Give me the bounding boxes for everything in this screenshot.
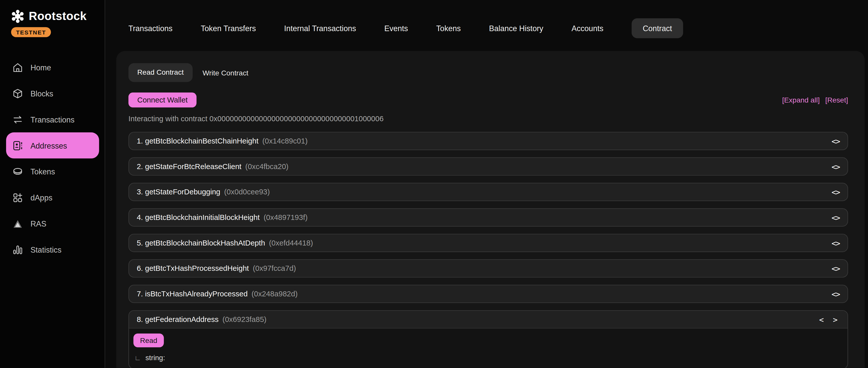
function-selector: (0xefd44418) xyxy=(269,239,313,247)
statistics-icon xyxy=(12,244,23,255)
code-icon[interactable]: <> xyxy=(832,289,840,299)
tab-contract[interactable]: Contract xyxy=(631,18,683,38)
interacting-with-contract-text: Interacting with contract 0x000000000000… xyxy=(128,115,865,123)
sidebar-item-tokens[interactable]: Tokens xyxy=(0,159,105,185)
ras-icon xyxy=(12,218,23,229)
function-row-6[interactable]: 6. getBtcTxHashProcessedHeight (0x97fcca… xyxy=(128,259,848,277)
sidebar-item-addresses[interactable]: Addresses xyxy=(6,132,99,159)
tab-events[interactable]: Events xyxy=(384,24,408,33)
expand-all-link[interactable]: [Expand all] xyxy=(782,96,820,104)
main-content: Transactions Token Transfers Internal Tr… xyxy=(105,0,868,368)
function-row-8-body: Read ∟ string: xyxy=(129,329,847,368)
function-row-1[interactable]: 1. getBtcBlockchainBestChainHeight (0x14… xyxy=(128,132,848,150)
tree-branch-glyph: ∟ xyxy=(134,354,141,362)
code-icon[interactable]: <> xyxy=(832,162,840,171)
code-icon[interactable]: <> xyxy=(832,213,840,222)
tokens-icon xyxy=(12,166,23,177)
home-icon xyxy=(12,62,23,73)
function-selector: (0x248a982d) xyxy=(251,290,298,298)
function-selector: (0x14c89c01) xyxy=(262,137,308,145)
tab-read-contract[interactable]: Read Contract xyxy=(128,63,193,82)
function-title: 7. isBtcTxHashAlreadyProcessed xyxy=(137,290,248,298)
function-row-4[interactable]: 4. getBtcBlockchainInitialBlockHeight (0… xyxy=(128,208,848,227)
sidebar-item-dapps[interactable]: dApps xyxy=(0,185,105,210)
sidebar-item-home[interactable]: Home xyxy=(0,54,105,80)
code-icon[interactable]: < > xyxy=(819,315,840,324)
tab-token-transfers[interactable]: Token Transfers xyxy=(201,24,256,33)
addresses-icon xyxy=(12,140,23,151)
function-selector: (0x97fcca7d) xyxy=(253,264,296,273)
sidebar-item-statistics[interactable]: Statistics xyxy=(0,237,105,263)
function-row-8-expanded: 8. getFederationAddress (0x6923fa85) < >… xyxy=(128,310,848,368)
function-list: 1. getBtcBlockchainBestChainHeight (0x14… xyxy=(128,132,848,368)
tab-transactions[interactable]: Transactions xyxy=(128,24,173,33)
sidebar-item-label: Addresses xyxy=(30,141,67,150)
brand-logo[interactable]: Rootstock xyxy=(0,0,105,23)
contract-sub-tabs: Read Contract Write Contract xyxy=(128,63,865,82)
sidebar-nav: Home Blocks Transactions xyxy=(0,54,105,262)
tab-tokens[interactable]: Tokens xyxy=(436,24,461,33)
sidebar-item-label: Blocks xyxy=(30,89,53,98)
sidebar-item-label: Transactions xyxy=(30,115,74,124)
sidebar-item-label: RAS xyxy=(30,219,46,228)
code-icon[interactable]: <> xyxy=(832,137,840,145)
read-button[interactable]: Read xyxy=(133,334,164,347)
code-icon[interactable]: <> xyxy=(832,188,840,196)
rootstock-flower-icon xyxy=(11,9,25,23)
sidebar-item-label: dApps xyxy=(30,193,52,202)
function-row-7[interactable]: 7. isBtcTxHashAlreadyProcessed (0x248a98… xyxy=(128,285,848,303)
function-selector: (0x6923fa85) xyxy=(223,315,267,323)
tab-accounts[interactable]: Accounts xyxy=(571,24,603,33)
sidebar-item-label: Home xyxy=(30,63,51,72)
code-icon[interactable]: <> xyxy=(832,264,840,273)
contract-panel: Read Contract Write Contract Connect Wal… xyxy=(116,51,865,368)
address-tab-bar: Transactions Token Transfers Internal Tr… xyxy=(128,18,868,38)
function-title: 5. getBtcBlockchainBlockHashAtDepth xyxy=(137,239,265,247)
sidebar-item-label: Statistics xyxy=(30,245,61,254)
sidebar-item-transactions[interactable]: Transactions xyxy=(0,106,105,132)
tab-internal-transactions[interactable]: Internal Transactions xyxy=(284,24,356,33)
function-row-3[interactable]: 3. getStateForDebugging (0x0d0cee93) <> xyxy=(128,183,848,201)
function-row-5[interactable]: 5. getBtcBlockchainBlockHashAtDepth (0xe… xyxy=(128,234,848,252)
dapps-icon xyxy=(12,192,23,203)
brand-name: Rootstock xyxy=(29,9,87,23)
connect-wallet-button[interactable]: Connect Wallet xyxy=(128,93,196,108)
function-row-8-header[interactable]: 8. getFederationAddress (0x6923fa85) < > xyxy=(129,311,847,329)
function-row-2[interactable]: 2. getStateForBtcReleaseClient (0xc4fbca… xyxy=(128,158,848,176)
function-selector: (0x4897193f) xyxy=(264,214,308,222)
transactions-icon xyxy=(12,114,23,125)
reset-link[interactable]: [Reset] xyxy=(825,96,848,104)
function-title: 1. getBtcBlockchainBestChainHeight xyxy=(137,137,258,145)
sidebar-item-label: Tokens xyxy=(30,167,55,176)
app-root: Rootstock TESTNET Home xyxy=(0,0,868,368)
sidebar-item-blocks[interactable]: Blocks xyxy=(0,80,105,106)
tab-write-contract[interactable]: Write Contract xyxy=(203,68,248,77)
function-title: 3. getStateForDebugging xyxy=(137,188,220,196)
action-row: Connect Wallet [Expand all] [Reset] xyxy=(128,93,848,108)
blocks-icon xyxy=(12,88,23,99)
viewport: Rootstock TESTNET Home xyxy=(0,0,868,368)
testnet-badge: TESTNET xyxy=(11,27,51,37)
output-line: ∟ string: xyxy=(134,353,840,362)
sidebar: Rootstock TESTNET Home xyxy=(0,0,105,368)
function-title: 6. getBtcTxHashProcessedHeight xyxy=(137,264,249,273)
function-selector: (0xc4fbca20) xyxy=(245,162,288,171)
tab-balance-history[interactable]: Balance History xyxy=(489,24,544,33)
output-type-label: string: xyxy=(146,353,165,362)
sidebar-item-ras[interactable]: RAS xyxy=(0,210,105,237)
function-title: 4. getBtcBlockchainInitialBlockHeight xyxy=(137,214,260,222)
list-actions: [Expand all] [Reset] xyxy=(782,96,848,104)
function-selector: (0x0d0cee93) xyxy=(224,188,270,196)
function-title: 2. getStateForBtcReleaseClient xyxy=(137,162,242,171)
code-icon[interactable]: <> xyxy=(832,238,840,247)
function-title: 8. getFederationAddress xyxy=(137,315,219,323)
